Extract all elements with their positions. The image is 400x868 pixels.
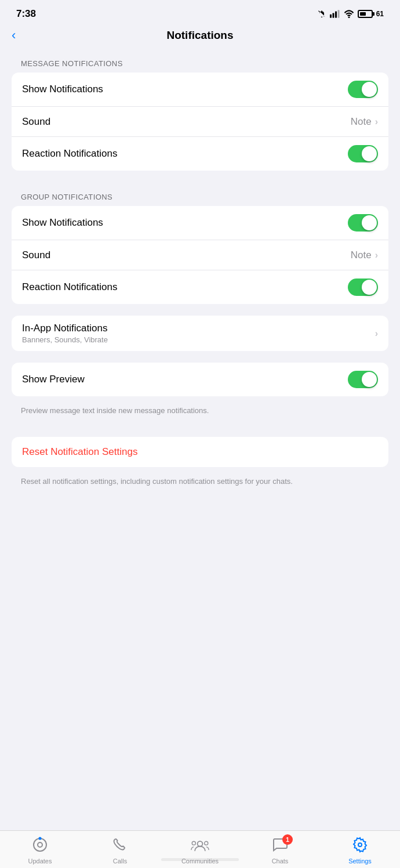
chats-icon-wrap: 1 [272, 837, 288, 855]
msg-show-notifications-toggle[interactable] [348, 81, 378, 98]
status-time: 7:38 [16, 8, 36, 20]
svg-rect-1 [332, 13, 334, 18]
msg-reaction-notifications-label: Reaction Notifications [22, 148, 117, 160]
tab-settings[interactable]: Settings [320, 837, 400, 868]
msg-sound-value: Note [351, 116, 372, 128]
message-notifications-header: MESSAGE NOTIFICATIONS [0, 49, 400, 73]
wifi-icon [344, 10, 354, 18]
updates-icon-wrap [32, 837, 48, 855]
svg-point-11 [358, 843, 362, 847]
grp-show-notifications-toggle[interactable] [348, 214, 378, 232]
grp-reaction-notifications-row[interactable]: Reaction Notifications [12, 270, 388, 304]
tab-chats-label: Chats [272, 858, 289, 865]
grp-sound-row[interactable]: Sound Note › [12, 240, 388, 270]
communities-icon [191, 837, 209, 853]
msg-show-notifications-label: Show Notifications [22, 84, 103, 95]
tab-communities[interactable]: Communities [160, 837, 240, 868]
tab-communities-label: Communities [181, 858, 219, 865]
grp-reaction-notifications-label: Reaction Notifications [22, 281, 117, 293]
msg-sound-value-wrap: Note › [351, 116, 378, 128]
tab-bar: Updates Calls Communities [0, 830, 400, 868]
grp-show-notifications-label: Show Notifications [22, 217, 103, 229]
status-bar: 7:38 61 [0, 0, 400, 24]
signal-icon [330, 10, 340, 18]
msg-sound-row[interactable]: Sound Note › [12, 107, 388, 137]
in-app-notifications-label: In-App Notifications [22, 323, 108, 334]
toggle-knob [362, 82, 377, 97]
settings-icon-wrap [352, 837, 368, 855]
tab-calls[interactable]: Calls [80, 837, 160, 868]
communities-icon-wrap [191, 837, 209, 855]
show-preview-toggle[interactable] [348, 371, 378, 388]
updates-icon [32, 837, 48, 853]
toggle-knob [362, 280, 377, 295]
reset-notifications-group: Reset Notification Settings [12, 437, 388, 467]
status-icons: 61 [317, 9, 384, 19]
reset-notifications-label[interactable]: Reset Notification Settings [22, 446, 137, 457]
show-preview-row[interactable]: Show Preview [12, 363, 388, 396]
tab-chats[interactable]: 1 Chats [240, 837, 320, 868]
svg-rect-2 [335, 12, 337, 18]
settings-icon [352, 837, 368, 853]
toggle-knob [362, 372, 377, 387]
msg-reaction-notifications-toggle[interactable] [348, 145, 378, 162]
toggle-knob [362, 146, 377, 161]
back-button[interactable]: ‹ [12, 28, 16, 43]
grp-sound-chevron: › [375, 250, 378, 261]
grp-sound-value: Note [351, 249, 372, 261]
battery-level: 61 [376, 10, 384, 18]
msg-show-notifications-row[interactable]: Show Notifications [12, 73, 388, 107]
tab-calls-label: Calls [113, 858, 127, 865]
battery-icon: 61 [358, 10, 384, 18]
bell-muted-icon [317, 9, 326, 19]
in-app-notifications-text: In-App Notifications Banners, Sounds, Vi… [22, 323, 108, 344]
show-preview-group: Show Preview [12, 363, 388, 396]
show-preview-label: Show Preview [22, 374, 85, 385]
tab-settings-label: Settings [348, 858, 372, 865]
svg-point-8 [198, 841, 203, 847]
grp-sound-label: Sound [22, 249, 50, 261]
show-preview-note: Preview message text inside new message … [0, 401, 400, 425]
in-app-notifications-group: In-App Notifications Banners, Sounds, Vi… [12, 316, 388, 351]
group-notifications-header: GROUP NOTIFICATIONS [0, 182, 400, 206]
reset-notifications-note: Reset all notification settings, includi… [0, 472, 400, 496]
grp-reaction-notifications-toggle[interactable] [348, 279, 378, 296]
svg-point-7 [39, 837, 42, 840]
tab-updates[interactable]: Updates [0, 837, 80, 868]
page-title: Notifications [166, 29, 233, 42]
msg-sound-label: Sound [22, 116, 50, 128]
toggle-knob [362, 215, 377, 230]
svg-rect-0 [330, 15, 332, 18]
chats-badge: 1 [282, 834, 293, 845]
svg-point-5 [34, 838, 46, 851]
in-app-notifications-row[interactable]: In-App Notifications Banners, Sounds, Vi… [12, 316, 388, 351]
calls-icon-wrap [112, 837, 128, 855]
in-app-notifications-chevron: › [375, 328, 378, 339]
in-app-notifications-subtitle: Banners, Sounds, Vibrate [22, 335, 108, 344]
svg-point-9 [192, 841, 195, 845]
svg-point-4 [348, 17, 350, 19]
grp-sound-value-wrap: Note › [351, 249, 378, 261]
message-notifications-group: Show Notifications Sound Note › Reaction… [12, 73, 388, 171]
msg-reaction-notifications-row[interactable]: Reaction Notifications [12, 137, 388, 171]
tab-updates-label: Updates [28, 858, 52, 865]
svg-point-10 [205, 841, 208, 845]
reset-notifications-row[interactable]: Reset Notification Settings [12, 437, 388, 467]
svg-rect-3 [337, 10, 339, 18]
calls-icon [112, 837, 128, 853]
group-notifications-group: Show Notifications Sound Note › Reaction… [12, 206, 388, 304]
svg-point-6 [38, 842, 42, 847]
nav-bar: ‹ Notifications [0, 24, 400, 49]
msg-sound-chevron: › [375, 117, 378, 127]
grp-show-notifications-row[interactable]: Show Notifications [12, 206, 388, 240]
